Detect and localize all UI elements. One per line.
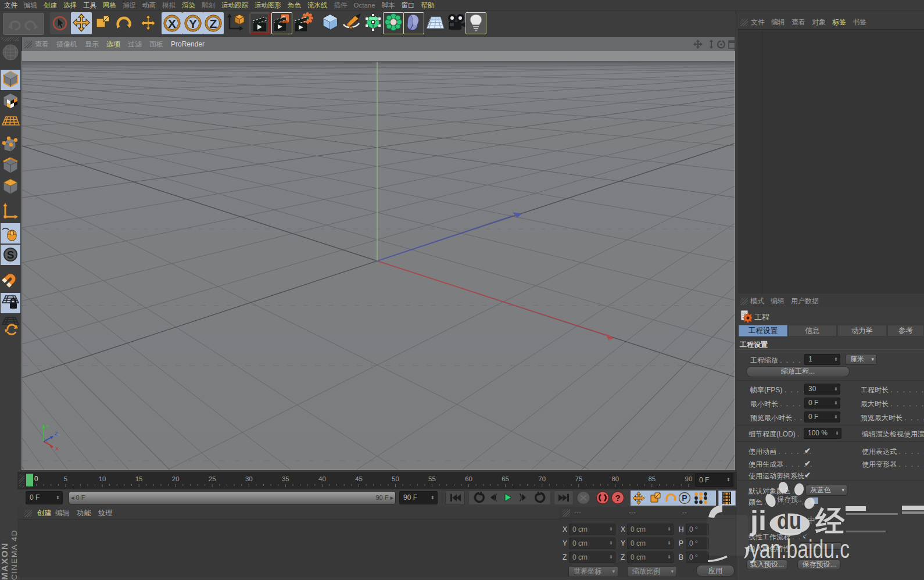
svg-text:25: 25 — [209, 475, 216, 482]
svg-text:X: X — [168, 17, 176, 30]
svg-text:15: 15 — [135, 475, 143, 482]
svg-text:MAXON: MAXON — [0, 542, 9, 580]
svg-text:Z: Z — [210, 17, 217, 30]
svg-text:5: 5 — [64, 475, 67, 482]
svg-text:80: 80 — [611, 475, 619, 482]
svg-text:75: 75 — [575, 475, 582, 482]
svg-text:30: 30 — [245, 475, 253, 482]
svg-text:40: 40 — [318, 475, 326, 482]
svg-text:50: 50 — [392, 475, 399, 482]
svg-text:55: 55 — [428, 475, 436, 482]
svg-text:CINEMA 4D: CINEMA 4D — [10, 529, 19, 580]
svg-text:35: 35 — [282, 475, 289, 482]
svg-text:85: 85 — [648, 475, 656, 482]
svg-text:Y: Y — [46, 424, 49, 429]
svg-text:65: 65 — [502, 475, 509, 482]
svg-text:S: S — [7, 249, 15, 261]
svg-text:90: 90 — [685, 475, 693, 482]
svg-text:70: 70 — [538, 475, 546, 482]
svg-text:20: 20 — [172, 475, 180, 482]
svg-text:X: X — [55, 446, 59, 452]
svg-text:P: P — [682, 493, 687, 503]
svg-text:Z: Z — [55, 431, 58, 436]
svg-text:Y: Y — [189, 17, 197, 30]
svg-text:60: 60 — [465, 475, 472, 482]
svg-text:?: ? — [615, 493, 620, 503]
svg-text:0: 0 — [34, 475, 38, 483]
svg-text:45: 45 — [355, 475, 363, 482]
svg-text:10: 10 — [99, 475, 106, 482]
